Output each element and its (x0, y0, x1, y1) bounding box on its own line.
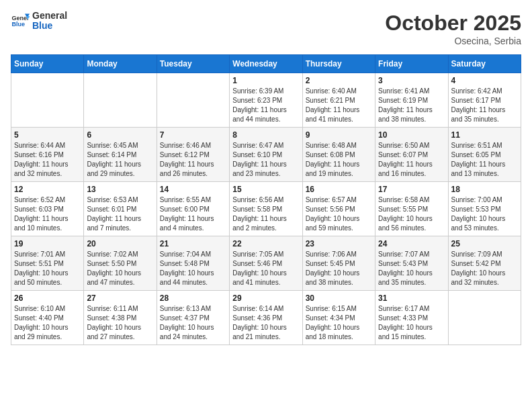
location: Osecina, Serbia (385, 36, 521, 46)
sunset-text: Sunset: 5:55 PM (378, 205, 445, 214)
day-info: Sunrise: 6:13 AMSunset: 4:37 PMDaylight:… (160, 304, 226, 342)
sunset-text: Sunset: 5:48 PM (160, 259, 226, 269)
sunset-text: Sunset: 6:07 PM (378, 150, 445, 160)
calendar-cell: 19Sunrise: 7:01 AMSunset: 5:51 PMDayligh… (11, 236, 84, 291)
calendar-cell (84, 73, 157, 128)
sunset-text: Sunset: 6:21 PM (306, 96, 372, 105)
day-number: 8 (232, 130, 299, 140)
daylight-text: Daylight: 11 hours and 2 minutes. (232, 214, 299, 233)
day-number: 12 (14, 185, 81, 194)
calendar-cell (448, 291, 521, 345)
sunset-text: Sunset: 5:53 PM (451, 205, 518, 214)
day-number: 28 (160, 293, 226, 303)
sunset-text: Sunset: 6:08 PM (306, 150, 372, 160)
calendar-cell: 29Sunrise: 6:14 AMSunset: 4:36 PMDayligh… (230, 291, 302, 345)
sunset-text: Sunset: 5:56 PM (306, 205, 372, 214)
day-info: Sunrise: 6:46 AMSunset: 6:12 PMDaylight:… (160, 141, 226, 179)
calendar-cell: 28Sunrise: 6:13 AMSunset: 4:37 PMDayligh… (157, 291, 229, 345)
day-info: Sunrise: 6:52 AMSunset: 6:03 PMDaylight:… (14, 195, 81, 233)
calendar-cell: 24Sunrise: 7:07 AMSunset: 5:43 PMDayligh… (375, 236, 448, 291)
sunset-text: Sunset: 6:03 PM (14, 205, 81, 214)
day-number: 21 (160, 239, 226, 248)
daylight-text: Daylight: 11 hours and 16 minutes. (378, 160, 445, 179)
calendar-cell: 11Sunrise: 6:51 AMSunset: 6:05 PMDayligh… (448, 128, 521, 182)
calendar-cell: 8Sunrise: 6:47 AMSunset: 6:10 PMDaylight… (230, 128, 302, 182)
sunset-text: Sunset: 6:01 PM (87, 205, 153, 214)
sunrise-text: Sunrise: 6:42 AM (451, 87, 518, 96)
day-info: Sunrise: 6:40 AMSunset: 6:21 PMDaylight:… (306, 87, 372, 124)
sunset-text: Sunset: 6:10 PM (232, 150, 299, 160)
daylight-text: Daylight: 10 hours and 50 minutes. (14, 269, 81, 287)
daylight-text: Daylight: 11 hours and 41 minutes. (306, 105, 372, 124)
calendar-cell: 2Sunrise: 6:40 AMSunset: 6:21 PMDaylight… (302, 73, 375, 128)
day-info: Sunrise: 6:17 AMSunset: 4:33 PMDaylight:… (378, 304, 445, 342)
day-info: Sunrise: 6:44 AMSunset: 6:16 PMDaylight:… (14, 141, 81, 179)
day-number: 27 (87, 293, 153, 303)
sunset-text: Sunset: 4:36 PM (232, 314, 299, 323)
logo-icon: General Blue (11, 11, 30, 30)
day-info: Sunrise: 6:10 AMSunset: 4:40 PMDaylight:… (14, 304, 81, 342)
sunrise-text: Sunrise: 7:09 AM (451, 250, 518, 259)
sunset-text: Sunset: 5:50 PM (87, 259, 153, 269)
day-number: 16 (306, 185, 372, 194)
day-info: Sunrise: 6:57 AMSunset: 5:56 PMDaylight:… (306, 195, 372, 233)
calendar-cell: 7Sunrise: 6:46 AMSunset: 6:12 PMDaylight… (157, 128, 229, 182)
weekday-header-sunday: Sunday (11, 55, 84, 73)
sunset-text: Sunset: 5:45 PM (306, 259, 372, 269)
day-number: 13 (87, 185, 153, 194)
sunrise-text: Sunrise: 7:06 AM (306, 250, 372, 259)
calendar-week-2: 5Sunrise: 6:44 AMSunset: 6:16 PMDaylight… (11, 128, 521, 182)
daylight-text: Daylight: 11 hours and 29 minutes. (87, 160, 153, 179)
calendar-week-4: 19Sunrise: 7:01 AMSunset: 5:51 PMDayligh… (11, 236, 521, 291)
weekday-header-wednesday: Wednesday (230, 55, 302, 73)
day-number: 19 (14, 239, 81, 248)
daylight-text: Daylight: 10 hours and 53 minutes. (451, 214, 518, 233)
daylight-text: Daylight: 11 hours and 19 minutes. (306, 160, 372, 179)
day-number: 3 (378, 76, 445, 85)
day-number: 24 (378, 239, 445, 248)
sunrise-text: Sunrise: 6:39 AM (232, 87, 299, 96)
day-info: Sunrise: 7:02 AMSunset: 5:50 PMDaylight:… (87, 250, 153, 287)
daylight-text: Daylight: 11 hours and 26 minutes. (160, 160, 226, 179)
day-number: 23 (306, 239, 372, 248)
sunrise-text: Sunrise: 7:07 AM (378, 250, 445, 259)
sunrise-text: Sunrise: 6:46 AM (160, 141, 226, 150)
daylight-text: Daylight: 10 hours and 38 minutes. (306, 269, 372, 287)
calendar-table: SundayMondayTuesdayWednesdayThursdayFrid… (11, 54, 521, 345)
logo-general-text: General (32, 11, 67, 21)
day-number: 31 (378, 293, 445, 303)
sunset-text: Sunset: 5:42 PM (451, 259, 518, 269)
sunrise-text: Sunrise: 6:10 AM (14, 304, 81, 314)
sunrise-text: Sunrise: 6:47 AM (232, 141, 299, 150)
calendar-cell: 31Sunrise: 6:17 AMSunset: 4:33 PMDayligh… (375, 291, 448, 345)
day-info: Sunrise: 7:09 AMSunset: 5:42 PMDaylight:… (451, 250, 518, 287)
calendar-cell: 27Sunrise: 6:11 AMSunset: 4:38 PMDayligh… (84, 291, 157, 345)
sunrise-text: Sunrise: 7:04 AM (160, 250, 226, 259)
day-number: 15 (232, 185, 299, 194)
page-header: General Blue General Blue October 2025 O… (11, 11, 521, 46)
calendar-cell (157, 73, 229, 128)
sunrise-text: Sunrise: 6:57 AM (306, 195, 372, 205)
day-info: Sunrise: 7:00 AMSunset: 5:53 PMDaylight:… (451, 195, 518, 233)
day-info: Sunrise: 6:42 AMSunset: 6:17 PMDaylight:… (451, 87, 518, 124)
weekday-header-saturday: Saturday (448, 55, 521, 73)
calendar-week-1: 1Sunrise: 6:39 AMSunset: 6:23 PMDaylight… (11, 73, 521, 128)
day-number: 11 (451, 130, 518, 140)
day-info: Sunrise: 6:11 AMSunset: 4:38 PMDaylight:… (87, 304, 153, 342)
daylight-text: Daylight: 11 hours and 10 minutes. (14, 214, 81, 233)
calendar-cell: 15Sunrise: 6:56 AMSunset: 5:58 PMDayligh… (230, 182, 302, 236)
sunrise-text: Sunrise: 6:56 AM (232, 195, 299, 205)
month-title: October 2025 (385, 11, 521, 36)
daylight-text: Daylight: 11 hours and 38 minutes. (378, 105, 445, 124)
daylight-text: Daylight: 10 hours and 18 minutes. (306, 323, 372, 342)
daylight-text: Daylight: 10 hours and 29 minutes. (14, 323, 81, 342)
calendar-cell: 25Sunrise: 7:09 AMSunset: 5:42 PMDayligh… (448, 236, 521, 291)
sunrise-text: Sunrise: 6:50 AM (378, 141, 445, 150)
sunrise-text: Sunrise: 6:13 AM (160, 304, 226, 314)
daylight-text: Daylight: 10 hours and 27 minutes. (87, 323, 153, 342)
sunset-text: Sunset: 4:33 PM (378, 314, 445, 323)
sunrise-text: Sunrise: 7:02 AM (87, 250, 153, 259)
sunset-text: Sunset: 4:34 PM (306, 314, 372, 323)
daylight-text: Daylight: 10 hours and 47 minutes. (87, 269, 153, 287)
sunset-text: Sunset: 6:23 PM (232, 96, 299, 105)
